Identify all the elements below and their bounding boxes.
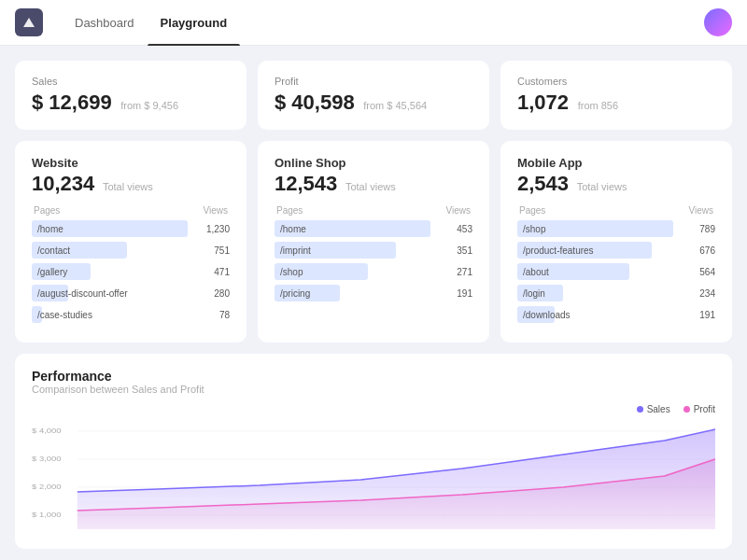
view-bar-wrap: /contact xyxy=(32,242,196,259)
legend-dot xyxy=(684,406,690,413)
legend-label: Profit xyxy=(694,404,715,414)
view-page-label: /downloads xyxy=(523,310,571,320)
view-bar-wrap: /case-studies xyxy=(32,306,196,323)
view-table-header: Pages Views xyxy=(275,205,472,216)
view-count: 351 xyxy=(444,245,472,256)
view-count: 271 xyxy=(444,267,472,277)
legend-dot xyxy=(637,406,643,413)
svg-marker-9 xyxy=(78,429,715,529)
col-pages: Pages xyxy=(519,205,545,216)
view-page-label: /product-features xyxy=(523,245,594,256)
view-bar-wrap: /login xyxy=(517,285,682,301)
view-bar-wrap: /august-discount-offer xyxy=(32,285,196,301)
view-table-header: Pages Views xyxy=(517,205,715,216)
view-bar: /imprint xyxy=(275,242,396,259)
view-page-label: /case-studies xyxy=(37,310,92,320)
view-bar-wrap: /shop xyxy=(275,263,439,280)
view-count: 789 xyxy=(687,224,715,234)
stat-customers-value: 1,072 xyxy=(517,91,569,114)
view-row-item: /about 564 xyxy=(517,263,715,280)
view-page-label: /shop xyxy=(523,224,545,234)
stat-cards-row: Sales $ 12,699 from $ 9,456 Profit $ 40,… xyxy=(15,61,732,130)
stat-profit-value: $ 40,598 xyxy=(275,91,355,114)
nav-playground[interactable]: Playground xyxy=(148,0,241,46)
performance-card: Performance Comparison between Sales and… xyxy=(15,354,732,549)
legend-item: Profit xyxy=(684,404,715,414)
stat-card-profit: Profit $ 40,598 from $ 45,564 xyxy=(258,61,489,130)
view-count: 191 xyxy=(687,310,715,320)
view-page-label: /login xyxy=(523,288,545,299)
view-bar: /product-features xyxy=(517,242,652,259)
view-card-1: Online Shop 12,543 Total views Pages Vie… xyxy=(258,141,489,343)
nav-dashboard[interactable]: Dashboard xyxy=(62,0,148,46)
view-page-label: /about xyxy=(523,267,549,277)
view-count: 191 xyxy=(444,288,472,299)
view-page-label: /pricing xyxy=(280,288,310,299)
view-bar: /contact xyxy=(32,242,127,259)
view-title: Website xyxy=(32,156,230,170)
view-total: 10,234 xyxy=(32,172,94,195)
view-total: 2,543 xyxy=(517,172,569,195)
col-views: Views xyxy=(689,205,714,216)
view-page-label: /contact xyxy=(37,245,70,256)
view-count: 676 xyxy=(687,245,715,256)
svg-text:$ 4,000: $ 4,000 xyxy=(32,427,62,434)
stat-sales-from: from $ 9,456 xyxy=(120,100,178,111)
performance-chart: $ 4,000 $ 3,000 $ 2,000 $ 1,000 xyxy=(32,422,715,534)
view-bar: /case-studies xyxy=(32,306,42,323)
view-count: 751 xyxy=(202,245,230,256)
view-bar: /gallery xyxy=(32,263,91,280)
perf-title: Performance xyxy=(32,369,715,384)
view-count: 234 xyxy=(687,288,715,299)
view-bar-wrap: /gallery xyxy=(32,263,196,280)
view-bar: /august-discount-offer xyxy=(32,285,68,301)
view-total-label: Total views xyxy=(103,181,153,192)
view-page-label: /august-discount-offer xyxy=(37,288,128,299)
view-title: Online Shop xyxy=(275,156,472,170)
view-table: Pages Views /home 453 /impri xyxy=(275,205,472,301)
legend-label: Sales xyxy=(647,404,670,414)
view-row-item: /downloads 191 xyxy=(517,306,715,323)
view-bar: /about xyxy=(517,263,629,280)
svg-text:$ 2,000: $ 2,000 xyxy=(32,483,62,490)
view-bar-wrap: /pricing xyxy=(275,285,439,301)
view-bar: /downloads xyxy=(517,306,555,323)
avatar[interactable] xyxy=(704,8,732,36)
view-count: 453 xyxy=(444,224,472,234)
view-table: Pages Views /home 1,230 /con xyxy=(32,205,230,323)
col-pages: Pages xyxy=(276,205,303,216)
view-page-label: /home xyxy=(280,224,306,234)
col-pages: Pages xyxy=(34,205,60,216)
col-views: Views xyxy=(204,205,229,216)
view-bar-wrap: /home xyxy=(32,220,196,237)
stat-sales-label: Sales xyxy=(32,76,230,87)
view-bar-wrap: /home xyxy=(275,220,439,237)
view-card-2: Mobile App 2,543 Total views Pages Views… xyxy=(500,141,732,343)
logo xyxy=(15,8,43,36)
view-count: 280 xyxy=(202,288,230,299)
stat-card-sales: Sales $ 12,699 from $ 9,456 xyxy=(15,61,247,130)
svg-text:$ 3,000: $ 3,000 xyxy=(32,455,62,462)
view-row-item: /home 1,230 xyxy=(32,220,230,237)
stat-customers-label: Customers xyxy=(517,76,715,87)
view-bar-wrap: /shop xyxy=(517,220,682,237)
view-table: Pages Views /shop 789 /produ xyxy=(517,205,715,323)
view-count: 471 xyxy=(202,267,230,277)
view-page-label: /imprint xyxy=(280,245,311,256)
stat-sales-value: $ 12,699 xyxy=(32,91,112,114)
view-bar-wrap: /downloads xyxy=(517,306,682,323)
view-total: 12,543 xyxy=(275,172,337,195)
view-row-item: /shop 789 xyxy=(517,220,715,237)
stat-card-customers: Customers 1,072 from 856 xyxy=(500,61,732,130)
view-title: Mobile App xyxy=(517,156,715,170)
view-bar-wrap: /product-features xyxy=(517,242,682,259)
view-bar: /shop xyxy=(275,263,368,280)
stat-customers-from: from 856 xyxy=(578,100,618,111)
svg-text:$ 1,000: $ 1,000 xyxy=(32,511,62,518)
view-count: 78 xyxy=(202,310,230,320)
view-row-item: /gallery 471 xyxy=(32,263,230,280)
main-content: Sales $ 12,699 from $ 9,456 Profit $ 40,… xyxy=(0,46,747,560)
stat-profit-from: from $ 45,564 xyxy=(363,100,427,111)
view-row-item: /august-discount-offer 280 xyxy=(32,285,230,301)
view-row-item: /product-features 676 xyxy=(517,242,715,259)
